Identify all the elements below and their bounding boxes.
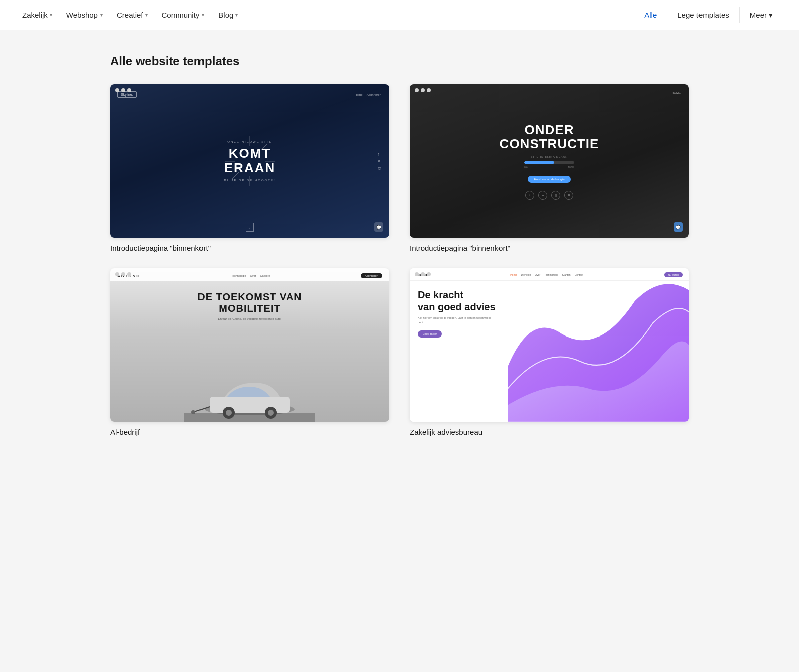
page-title: Alle website templates bbox=[110, 54, 689, 68]
svg-rect-10 bbox=[210, 397, 290, 413]
nav-item-community[interactable]: Community ▾ bbox=[156, 7, 211, 23]
tmpl2-progress-fill bbox=[524, 161, 554, 164]
dot-red-4 bbox=[415, 272, 419, 276]
svg-line-7 bbox=[232, 172, 239, 179]
filter-alle[interactable]: Alle bbox=[634, 7, 667, 23]
card-label-3: Al-bedrijf bbox=[110, 428, 389, 436]
nav-item-webshop[interactable]: Webshop ▾ bbox=[60, 7, 109, 23]
chevron-creatief-icon: ▾ bbox=[145, 12, 148, 18]
tmpl2-linkedin-icon: in bbox=[538, 191, 547, 200]
tmpl2-sub: SITE IS BIJNA KLAAR bbox=[531, 155, 568, 158]
tmpl4-hero: De krachtvan goed advies Klik hier om te… bbox=[410, 281, 689, 421]
tmpl2-social: f in ◎ ✕ bbox=[525, 191, 573, 200]
svg-line-4 bbox=[232, 144, 239, 150]
tmpl4-cta: Lees meer bbox=[418, 330, 442, 338]
nav-label-zakelijk: Zakelijk bbox=[22, 11, 48, 19]
nav-label-webshop: Webshop bbox=[66, 11, 98, 19]
browser-dots-2 bbox=[415, 88, 431, 92]
template-preview-2: HOME ONDERCONSTRUCTIE SITE IS BIJNA KLAA… bbox=[410, 84, 689, 238]
svg-line-6 bbox=[261, 144, 267, 150]
tmpl1-chat: 💬 bbox=[374, 222, 383, 232]
tmpl2-nav: HOME bbox=[672, 91, 681, 94]
tmpl2-chat: 💬 bbox=[674, 222, 683, 232]
template-preview-4: BizBud Home Diensten Over Testimonials K… bbox=[410, 268, 689, 421]
browser-dots-3 bbox=[115, 272, 131, 276]
tmpl2-progress-bar bbox=[524, 161, 574, 164]
card-thumbnail-3: AUTONO Technologie Over Carrière Abonner… bbox=[110, 268, 389, 421]
chevron-meer-icon: ▾ bbox=[769, 11, 773, 20]
template-card-autono[interactable]: AUTONO Technologie Over Carrière Abonner… bbox=[110, 268, 389, 436]
dot-yellow bbox=[121, 88, 125, 92]
template-card-constructie[interactable]: HOME ONDERCONSTRUCTIE SITE IS BIJNA KLAA… bbox=[410, 84, 689, 252]
card-label-1: Introductiepagina "binnenkort" bbox=[110, 244, 389, 252]
dot-red-3 bbox=[115, 272, 119, 276]
nav-label-community: Community bbox=[162, 11, 200, 19]
filter-meer[interactable]: Meer ▾ bbox=[740, 7, 783, 24]
tmpl2-cta: Houd me op de hoogte bbox=[528, 176, 570, 183]
tmpl4-hero-sub: Klik hier om tekst toe te voegen. Laat j… bbox=[418, 316, 498, 324]
tmpl1-social: f ✕ @ bbox=[378, 153, 381, 170]
dot-yellow-4 bbox=[421, 272, 425, 276]
template-preview-3: AUTONO Technologie Over Carrière Abonner… bbox=[110, 268, 389, 421]
browser-dots-4 bbox=[415, 272, 431, 276]
tmpl3-hero-title: DE TOEKOMST VANMOBILITEIT bbox=[197, 291, 302, 314]
tmpl4-hero-title: De krachtvan goed advies bbox=[418, 289, 518, 313]
nav-item-blog[interactable]: Blog ▾ bbox=[212, 7, 244, 23]
chevron-webshop-icon: ▾ bbox=[100, 12, 103, 18]
tmpl3-nav-cta: Abonneren bbox=[361, 273, 382, 278]
svg-point-14 bbox=[268, 410, 274, 416]
tmpl3-car-image bbox=[184, 372, 315, 422]
main-content: Alle website templates Skyline. Home Abo… bbox=[98, 30, 701, 469]
tmpl1-mini-nav: Home Abonneren bbox=[355, 93, 381, 96]
nav-label-blog: Blog bbox=[218, 11, 233, 19]
card-thumbnail-4: BizBud Home Diensten Over Testimonials K… bbox=[410, 268, 689, 421]
main-nav: Zakelijk ▾ Webshop ▾ Creatief ▾ Communit… bbox=[0, 0, 799, 30]
filter-lege-templates[interactable]: Lege templates bbox=[667, 7, 740, 23]
svg-point-16 bbox=[191, 410, 195, 414]
tmpl3-nav: AUTONO Technologie Over Carrière Abonner… bbox=[110, 268, 389, 281]
browser-dots-1 bbox=[115, 88, 131, 92]
nav-right: Alle Lege templates Meer ▾ bbox=[634, 7, 783, 24]
tmpl2-pct: 0% 100% bbox=[524, 166, 574, 169]
tmpl3-nav-links: Technologie Over Carrière bbox=[231, 274, 270, 277]
chevron-blog-icon: ▾ bbox=[235, 12, 238, 18]
dot-yellow-2 bbox=[421, 88, 425, 92]
card-thumbnail-2: HOME ONDERCONSTRUCTIE SITE IS BIJNA KLAA… bbox=[410, 84, 689, 238]
tmpl2-title: ONDERCONSTRUCTIE bbox=[500, 123, 600, 151]
tmpl2-twitter-icon: ✕ bbox=[564, 191, 573, 200]
dot-red-2 bbox=[415, 88, 419, 92]
tmpl3-hero-sub: Ervaar de Autono, de veiligste zelfrijde… bbox=[218, 317, 281, 320]
template-grid: Skyline. Home Abonneren bbox=[110, 84, 689, 436]
nav-label-creatief: Creatief bbox=[117, 11, 143, 19]
chevron-community-icon: ▾ bbox=[202, 12, 204, 18]
card-label-4: Zakelijk adviesbureau bbox=[410, 428, 689, 436]
dot-green-4 bbox=[427, 272, 431, 276]
tmpl2-instagram-icon: ◎ bbox=[551, 191, 560, 200]
card-label-2: Introductiepagina "binnenkort" bbox=[410, 244, 689, 252]
dot-green-3 bbox=[127, 272, 131, 276]
dot-green bbox=[127, 88, 131, 92]
svg-point-12 bbox=[226, 410, 232, 416]
chevron-zakelijk-icon: ▾ bbox=[50, 12, 52, 18]
card-thumbnail-1: Skyline. Home Abonneren bbox=[110, 84, 389, 238]
dot-yellow-3 bbox=[121, 272, 125, 276]
template-card-bizbud[interactable]: BizBud Home Diensten Over Testimonials K… bbox=[410, 268, 689, 436]
nav-left: Zakelijk ▾ Webshop ▾ Creatief ▾ Communit… bbox=[16, 7, 244, 23]
dot-green-2 bbox=[427, 88, 431, 92]
dot-red bbox=[115, 88, 119, 92]
nav-item-zakelijk[interactable]: Zakelijk ▾ bbox=[16, 7, 58, 23]
svg-line-5 bbox=[261, 172, 267, 179]
template-preview-1: Skyline. Home Abonneren bbox=[110, 84, 389, 238]
nav-item-creatief[interactable]: Creatief ▾ bbox=[111, 7, 154, 23]
template-card-komt-eraan[interactable]: Skyline. Home Abonneren bbox=[110, 84, 389, 252]
tmpl2-facebook-icon: f bbox=[525, 191, 534, 200]
tmpl1-arrow: ↓ bbox=[246, 223, 254, 232]
